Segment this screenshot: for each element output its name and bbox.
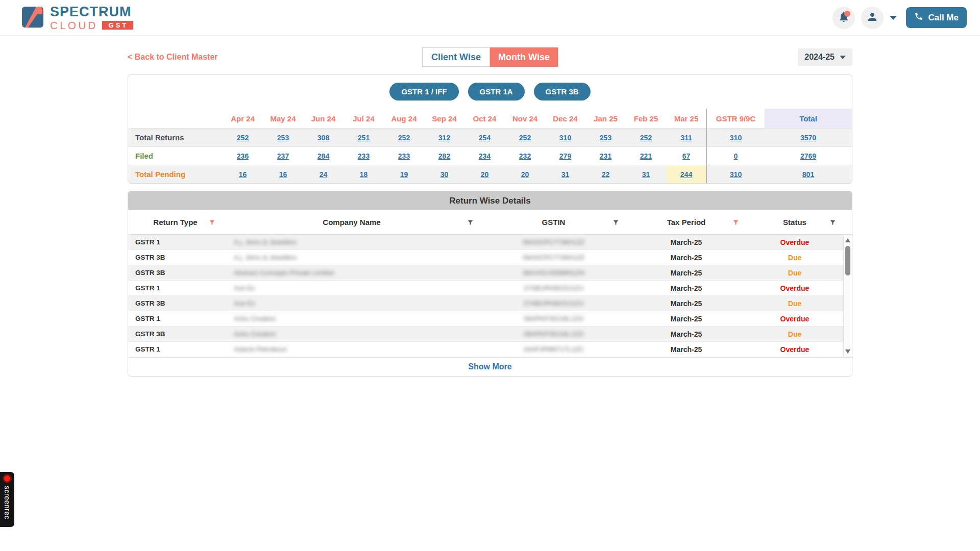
scrollbar-thumb[interactable] bbox=[845, 246, 850, 276]
summary-value-link[interactable]: 312 bbox=[438, 134, 450, 142]
summary-value-link[interactable]: 16 bbox=[239, 170, 247, 179]
summary-value-link[interactable]: 233 bbox=[358, 152, 370, 160]
summary-cell: 252 bbox=[505, 128, 545, 146]
app-logo: SPECTRUM CLOUD GST bbox=[21, 5, 133, 31]
summary-value-link[interactable]: 308 bbox=[317, 134, 329, 142]
scroll-down-icon[interactable] bbox=[845, 349, 850, 354]
summary-value-link[interactable]: 22 bbox=[602, 170, 610, 179]
summary-value-link[interactable]: 0 bbox=[734, 152, 738, 160]
tax-period-cell: March-25 bbox=[626, 345, 746, 354]
summary-value-link[interactable]: 252 bbox=[519, 134, 531, 142]
summary-value-link[interactable]: 20 bbox=[521, 170, 529, 179]
summary-value-link[interactable]: 279 bbox=[559, 152, 571, 160]
filter-icon[interactable] bbox=[209, 218, 215, 226]
filter-icon[interactable] bbox=[612, 218, 619, 226]
table-row[interactable]: GSTR 3BAce Ex27ABUPA5615J1ZUMarch-25Due bbox=[128, 296, 843, 311]
summary-value-link[interactable]: 253 bbox=[277, 134, 289, 142]
summary-row-label: Total Returns bbox=[128, 128, 223, 146]
vertical-scrollbar[interactable] bbox=[843, 235, 852, 357]
details-column-header-tax-period: Tax Period bbox=[626, 218, 746, 227]
gstr-tab-gstr-1-iff[interactable]: GSTR 1 / IFF bbox=[389, 83, 458, 101]
tax-period-cell: March-25 bbox=[626, 315, 746, 323]
summary-value-link[interactable]: 252 bbox=[237, 134, 249, 142]
summary-value-link[interactable]: 237 bbox=[277, 152, 289, 160]
summary-value-link[interactable]: 233 bbox=[398, 152, 410, 160]
filter-icon[interactable] bbox=[467, 218, 474, 226]
summary-value-link[interactable]: 16 bbox=[279, 170, 287, 179]
company-name-cell-blurred: Achu Creation bbox=[223, 330, 481, 338]
company-name-cell-blurred: Achu Creation bbox=[223, 315, 481, 322]
summary-cell: 252 bbox=[384, 128, 424, 146]
summary-cell: 18 bbox=[344, 165, 384, 183]
summary-value-link[interactable]: 236 bbox=[237, 152, 249, 160]
table-row[interactable]: GSTR 1A.j. Jems & Jewellers08AOCPC7736H1… bbox=[128, 235, 843, 250]
summary-value-link[interactable]: 221 bbox=[640, 152, 652, 160]
summary-value-link[interactable]: 310 bbox=[730, 170, 742, 179]
summary-value-link[interactable]: 67 bbox=[682, 152, 691, 160]
filter-icon[interactable] bbox=[829, 218, 836, 226]
summary-value-link[interactable]: 284 bbox=[317, 152, 329, 160]
gstr-tab-gstr-3b[interactable]: GSTR 3B bbox=[534, 83, 591, 101]
summary-value-link[interactable]: 252 bbox=[640, 134, 652, 142]
summary-cell: 233 bbox=[384, 146, 424, 165]
status-cell: Overdue bbox=[746, 238, 843, 246]
status-cell: Overdue bbox=[746, 284, 843, 292]
summary-cell: 231 bbox=[585, 146, 626, 165]
summary-value-link[interactable]: 251 bbox=[358, 134, 370, 142]
financial-year-dropdown[interactable]: 2024-25 bbox=[798, 48, 852, 66]
summary-cell: 237 bbox=[263, 146, 303, 165]
summary-cell: 252 bbox=[626, 128, 666, 146]
gstin-cell-blurred: 24APJPM9717L1ZC bbox=[481, 345, 626, 353]
summary-value-link[interactable]: 310 bbox=[730, 134, 742, 142]
summary-value-link[interactable]: 30 bbox=[440, 170, 449, 179]
summary-value-link[interactable]: 311 bbox=[680, 134, 692, 142]
summary-value-link[interactable]: 24 bbox=[320, 170, 328, 179]
screen-recorder-badge[interactable]: screenrec bbox=[0, 472, 14, 527]
summary-value-link[interactable]: 253 bbox=[600, 134, 611, 142]
summary-value-link[interactable]: 254 bbox=[479, 134, 491, 142]
return-type-cell: GSTR 3B bbox=[128, 269, 223, 277]
table-row[interactable]: GSTR 1Ace Ex27ABUPA5615J1ZUMarch-25Overd… bbox=[128, 281, 843, 296]
summary-month-header: Oct 24 bbox=[464, 109, 505, 128]
notifications-button[interactable] bbox=[832, 7, 855, 29]
tab-month-wise[interactable]: Month Wise bbox=[490, 47, 558, 67]
filter-icon[interactable] bbox=[732, 218, 739, 226]
gstr-tab-gstr-1a[interactable]: GSTR 1A bbox=[468, 83, 525, 101]
summary-value-link[interactable]: 20 bbox=[481, 170, 489, 179]
summary-cell-total: 2769 bbox=[765, 146, 852, 165]
summary-value-link[interactable]: 244 bbox=[680, 170, 692, 179]
summary-value-link[interactable]: 3570 bbox=[800, 134, 816, 142]
show-more-link[interactable]: Show More bbox=[468, 362, 511, 371]
summary-value-link[interactable]: 19 bbox=[400, 170, 408, 179]
top-bar: SPECTRUM CLOUD GST bbox=[0, 0, 980, 36]
summary-month-header: Nov 24 bbox=[505, 109, 545, 128]
table-row[interactable]: GSTR 1Adarsh Petroleum24APJPM9717L1ZCMar… bbox=[128, 342, 843, 357]
summary-value-link[interactable]: 232 bbox=[519, 152, 531, 160]
account-button[interactable] bbox=[861, 7, 884, 29]
summary-value-link[interactable]: 234 bbox=[479, 152, 491, 160]
summary-cell: 30 bbox=[424, 165, 464, 183]
summary-value-link[interactable]: 18 bbox=[360, 170, 368, 179]
summary-month-header: Dec 24 bbox=[545, 109, 585, 128]
tab-client-wise[interactable]: Client Wise bbox=[422, 47, 490, 67]
summary-value-link[interactable]: 2769 bbox=[800, 152, 816, 160]
table-row[interactable]: GSTR 3BAbstract Concepts Private Limited… bbox=[128, 265, 843, 281]
table-row[interactable]: GSTR 3BA.j. Jems & Jewellers08AOCPC7736H… bbox=[128, 250, 843, 265]
summary-value-link[interactable]: 252 bbox=[398, 134, 410, 142]
summary-value-link[interactable]: 31 bbox=[561, 170, 570, 179]
scroll-up-icon[interactable] bbox=[845, 238, 850, 242]
summary-value-link[interactable]: 282 bbox=[438, 152, 450, 160]
table-row[interactable]: GSTR 3BAchu Creation08APKPJ5216L1ZOMarch… bbox=[128, 327, 843, 342]
summary-value-link[interactable]: 31 bbox=[642, 170, 650, 179]
summary-value-link[interactable]: 231 bbox=[600, 152, 611, 160]
back-to-client-master-link[interactable]: < Back to Client Master bbox=[128, 53, 218, 62]
chevron-down-icon[interactable] bbox=[890, 16, 897, 20]
call-me-button[interactable]: Call Me bbox=[906, 7, 967, 28]
summary-month-header: Jul 24 bbox=[344, 109, 384, 128]
summary-cell: 234 bbox=[464, 146, 505, 165]
company-name-cell-blurred: Adarsh Petroleum bbox=[223, 345, 481, 353]
summary-value-link[interactable]: 801 bbox=[802, 170, 814, 179]
summary-cell: 253 bbox=[263, 128, 303, 146]
summary-value-link[interactable]: 310 bbox=[559, 134, 571, 142]
table-row[interactable]: GSTR 1Achu Creation08APKPJ5216L1ZOMarch-… bbox=[128, 311, 843, 327]
